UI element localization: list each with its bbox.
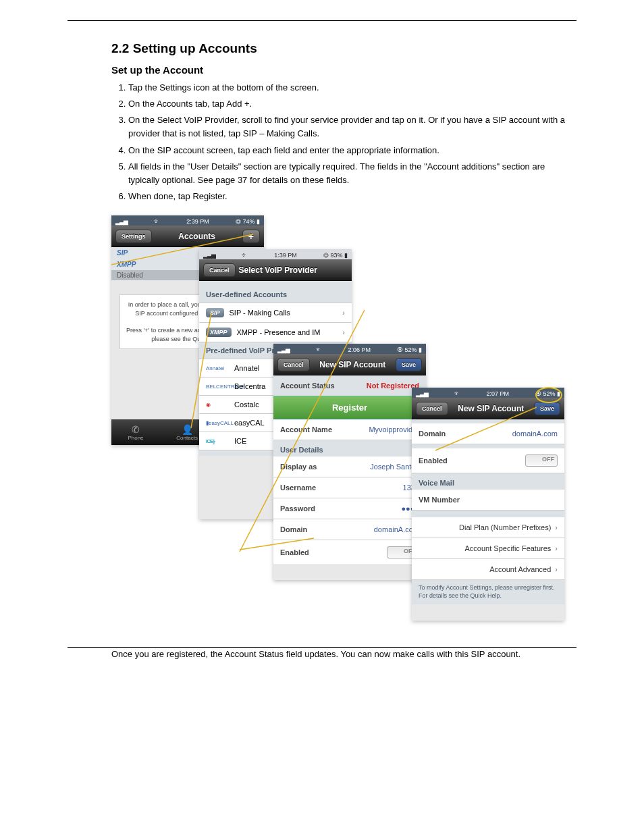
step: When done, tap Register. xyxy=(128,190,576,203)
cancel-button[interactable]: Cancel xyxy=(416,402,448,415)
contact-icon: 👤 xyxy=(176,424,198,435)
account-features-link[interactable]: Account Specific Features› xyxy=(412,538,564,559)
status-bar: ▂▃▅ ᯤ 1:39 PM ⏣ 93% ▮ xyxy=(199,249,352,259)
wifi-icon: ᯤ xyxy=(316,346,322,353)
signal-icon: ▂▃▅ xyxy=(416,390,428,397)
battery-indicator: ⏣ 74% ▮ xyxy=(236,218,260,225)
status-time: 1:39 PM xyxy=(274,252,297,259)
vm-number-label: VM Number xyxy=(419,496,460,504)
enabled-label: Enabled xyxy=(280,548,309,556)
screenshots-cluster: ▂▃▅ ᯤ 2:39 PM ⏣ 74% ▮ Settings Accounts … xyxy=(111,215,576,621)
domain-field[interactable]: domainA.com xyxy=(512,429,558,438)
chevron-right-icon: › xyxy=(342,309,345,317)
provider-logo: BELCENTRALE xyxy=(206,384,229,390)
step: Tap the Settings icon at the bottom of t… xyxy=(128,81,576,95)
account-advanced-link[interactable]: Account Advanced› xyxy=(412,559,564,580)
xmpp-option[interactable]: XMPPXMPP - Presence and IM› xyxy=(199,323,352,342)
phone-icon: ✆ xyxy=(128,424,143,435)
cancel-button[interactable]: Cancel xyxy=(203,263,236,277)
nav-title: New SIP Account xyxy=(319,360,385,369)
signal-icon: ▂▃▅ xyxy=(115,218,128,225)
status-label: Account Status xyxy=(280,382,335,390)
steps-list: Tap the Settings icon at the bottom of t… xyxy=(128,81,576,203)
user-details-heading: User Details xyxy=(273,440,426,457)
enabled-label: Enabled xyxy=(419,457,448,465)
password-label: Password xyxy=(280,504,315,513)
enabled-toggle[interactable]: OFF xyxy=(525,454,558,467)
provider-logo: ▮easyCALL xyxy=(206,420,229,426)
status-time: 2:39 PM xyxy=(186,218,209,225)
battery-indicator: ⦿ 52% ▮ xyxy=(397,346,422,353)
save-button[interactable]: Save xyxy=(396,358,422,371)
step: On the SIP account screen, tap each fiel… xyxy=(128,144,576,157)
domain-label: Domain xyxy=(419,429,446,438)
save-button[interactable]: Save xyxy=(534,402,560,415)
provider-logo: Annatel xyxy=(206,365,229,371)
provider-logo: ICE]· xyxy=(206,438,229,444)
account-name-label: Account Name xyxy=(280,425,332,434)
step: All fields in the "User Details" section… xyxy=(128,160,576,187)
status-bar: ▂▃▅ ᯤ 2:39 PM ⏣ 74% ▮ xyxy=(111,215,264,226)
display-as-label: Display as xyxy=(280,463,317,471)
status-bar: ▂▃▅ ᯤ 2:07 PM ⦿ 52% ▮ xyxy=(412,388,564,398)
status-time: 2:06 PM xyxy=(348,346,371,353)
dial-plan-link[interactable]: Dial Plan (Number Prefixes)› xyxy=(412,517,564,538)
chevron-right-icon: › xyxy=(342,328,345,336)
nav-bar: Settings Accounts + xyxy=(111,226,264,247)
new-sip-account-screen: ▂▃▅ ᯤ 2:06 PM ⦿ 52% ▮ Cancel New SIP Acc… xyxy=(273,344,426,580)
nav-title: New SIP Account xyxy=(458,404,524,413)
sip-option[interactable]: SIPSIP - Making Calls› xyxy=(199,303,352,323)
signal-icon: ▂▃▅ xyxy=(203,252,215,259)
battery-indicator: ⏣ 93% ▮ xyxy=(323,252,348,259)
provider-logo: ◉ xyxy=(206,402,229,408)
nav-title: Accounts xyxy=(178,232,215,241)
voicemail-heading: Voice Mail xyxy=(412,473,564,490)
domain-label: Domain xyxy=(280,525,307,533)
nav-bar: Cancel New SIP Account Save xyxy=(412,398,564,419)
user-defined-heading: User-defined Accounts xyxy=(199,286,352,303)
chevron-right-icon: › xyxy=(555,544,558,552)
wifi-icon: ᯤ xyxy=(454,390,460,397)
battery-indicator: ⦿ 52% ▮ xyxy=(535,390,560,397)
nav-bar: Cancel New SIP Account Save xyxy=(273,354,426,375)
footer-help-text: To modify Account Settings, please unreg… xyxy=(412,580,564,604)
tab-contacts[interactable]: 👤Contacts xyxy=(176,424,198,441)
chevron-right-icon: › xyxy=(555,523,558,531)
step: On the Accounts tab, tap Add +. xyxy=(128,97,576,111)
section-title: Set up the Account xyxy=(111,64,576,76)
username-label: Username xyxy=(280,484,316,492)
page-title: 2.2 Setting up Accounts xyxy=(111,41,576,56)
status-bar: ▂▃▅ ᯤ 2:06 PM ⦿ 52% ▮ xyxy=(273,344,426,354)
signal-icon: ▂▃▅ xyxy=(277,346,290,353)
step: On the Select VoIP Provider, scroll to f… xyxy=(128,113,576,140)
nav-title: Select VoIP Provider xyxy=(239,265,317,275)
settings-back-button[interactable]: Settings xyxy=(115,230,152,243)
note-text: Once you are registered, the Account Sta… xyxy=(111,648,576,661)
cancel-button[interactable]: Cancel xyxy=(277,358,310,371)
chevron-right-icon: › xyxy=(555,565,558,573)
wifi-icon: ᯤ xyxy=(154,218,160,225)
add-account-button[interactable]: + xyxy=(242,230,260,243)
new-sip-account-scrolled-screen: ▂▃▅ ᯤ 2:07 PM ⦿ 52% ▮ Cancel New SIP Acc… xyxy=(412,388,564,621)
status-time: 2:07 PM xyxy=(487,390,510,397)
register-button[interactable]: Register xyxy=(273,396,426,419)
nav-bar: Cancel Select VoIP Provider xyxy=(199,259,352,281)
wifi-icon: ᯤ xyxy=(242,252,248,259)
tab-phone[interactable]: ✆Phone xyxy=(128,424,143,441)
